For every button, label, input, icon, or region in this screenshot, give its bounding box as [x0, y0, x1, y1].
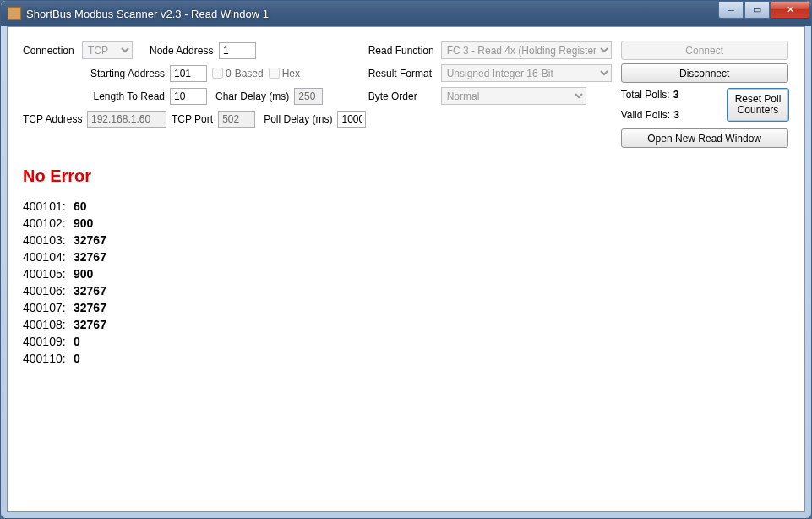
byte-order-label: Byte Order: [368, 90, 436, 102]
register-address: 400110:: [23, 350, 74, 367]
connection-label: Connection: [23, 45, 77, 57]
register-address: 400104:: [23, 249, 74, 265]
register-row: 400107:32767: [23, 299, 789, 316]
register-row: 400101:60: [23, 198, 789, 215]
register-address: 400103:: [23, 232, 74, 249]
poll-delay-input[interactable]: [337, 111, 366, 128]
titlebar[interactable]: ShortBus Modbus Scanner v2.3 - Read Wind…: [1, 1, 811, 26]
register-row: 400110:0: [23, 350, 789, 367]
register-address: 400105:: [23, 265, 74, 282]
tcp-address-input: [87, 111, 166, 128]
tcp-port-input: [218, 111, 255, 128]
register-value: 32767: [74, 299, 106, 316]
register-row: 400102:900: [23, 215, 789, 232]
starting-address-input[interactable]: [170, 65, 207, 82]
node-address-input[interactable]: [219, 42, 256, 59]
status-text: No Error: [23, 167, 789, 186]
app-window: ShortBus Modbus Scanner v2.3 - Read Wind…: [0, 0, 812, 519]
open-new-read-window-button[interactable]: Open New Read Window: [621, 128, 788, 148]
register-row: 400109:0: [23, 333, 789, 350]
reset-poll-counters-button[interactable]: Reset Poll Counters: [727, 88, 789, 122]
char-delay-label: Char Delay (ms): [215, 90, 289, 102]
register-row: 400105:900: [23, 265, 789, 282]
register-value: 32767: [74, 249, 106, 265]
register-value: 60: [74, 198, 87, 215]
register-row: 400104:32767: [23, 249, 789, 265]
read-function-select[interactable]: FC 3 - Read 4x (Holding Registers): [441, 41, 612, 59]
maximize-button[interactable]: ▭: [744, 2, 770, 19]
tcp-port-label: TCP Port: [172, 113, 213, 125]
register-value: 0: [74, 350, 80, 367]
connect-button: Connect: [621, 41, 788, 60]
zero-based-checkbox[interactable]: 0-Based: [212, 68, 264, 79]
register-row: 400106:32767: [23, 282, 789, 299]
valid-polls-line: Valid Polls:3: [621, 105, 720, 125]
connection-select[interactable]: TCP: [82, 41, 133, 59]
tcp-address-label: TCP Address: [23, 113, 82, 125]
read-function-label: Read Function: [368, 45, 436, 57]
length-to-read-label: Length To Read: [84, 90, 165, 102]
node-address-label: Node Address: [150, 45, 214, 57]
register-value: 900: [74, 215, 93, 232]
length-to-read-input[interactable]: [170, 88, 207, 105]
register-address: 400107:: [23, 299, 74, 316]
register-address: 400109:: [23, 333, 74, 350]
total-polls-line: Total Polls:3: [621, 85, 720, 105]
register-address: 400101:: [23, 198, 74, 215]
register-row: 400103:32767: [23, 232, 789, 249]
register-address: 400106:: [23, 282, 74, 299]
register-value: 0: [74, 333, 80, 350]
register-value: 900: [74, 265, 93, 282]
register-address: 400102:: [23, 215, 74, 232]
byte-order-select[interactable]: Normal: [441, 87, 586, 105]
result-format-select[interactable]: Unsigned Integer 16-Bit: [441, 64, 612, 82]
minimize-button[interactable]: ─: [718, 2, 744, 19]
register-value: 32767: [74, 232, 106, 249]
client-area: Connection TCP Node Address Starting Add…: [7, 26, 805, 512]
window-controls: ─ ▭ ✕: [718, 2, 809, 19]
register-row: 400108:32767: [23, 316, 789, 333]
hex-checkbox[interactable]: Hex: [269, 68, 300, 79]
result-format-label: Result Format: [368, 68, 436, 79]
register-address: 400108:: [23, 316, 74, 333]
starting-address-label: Starting Address: [84, 68, 165, 79]
register-list: 400101:60400102:900400103:32767400104:32…: [23, 198, 789, 367]
disconnect-button[interactable]: Disconnect: [621, 63, 788, 83]
char-delay-input: [294, 88, 323, 105]
close-button[interactable]: ✕: [771, 2, 809, 19]
window-title: ShortBus Modbus Scanner v2.3 - Read Wind…: [26, 8, 718, 20]
register-value: 32767: [74, 316, 106, 333]
register-value: 32767: [74, 282, 106, 299]
poll-delay-label: Poll Delay (ms): [264, 113, 332, 125]
app-icon: [8, 7, 21, 20]
